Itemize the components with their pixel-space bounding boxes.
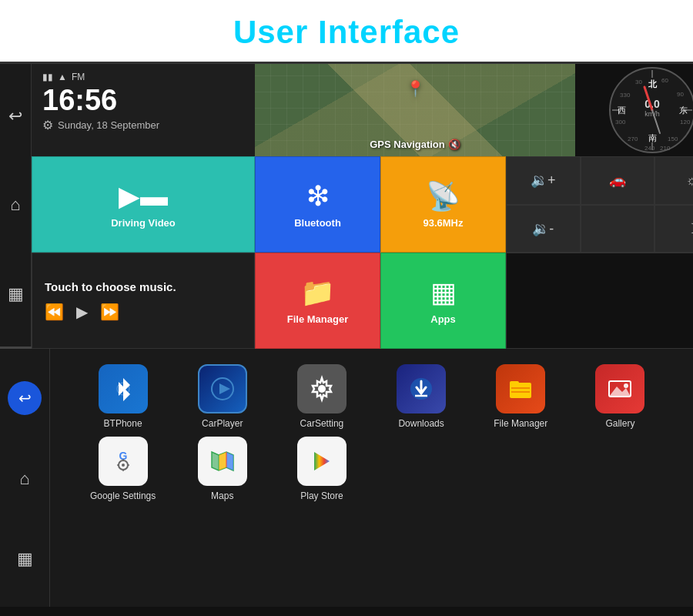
app-googlesettings[interactable]: G Google Settings bbox=[73, 437, 172, 501]
btphone-label: BTPhone bbox=[104, 418, 142, 429]
radio-tile[interactable]: 📡 93.6MHz bbox=[380, 156, 506, 253]
app-downloads[interactable]: Downloads bbox=[372, 364, 471, 429]
app-drawer-sidebar: ↩ ⌂ ▦ bbox=[0, 349, 50, 607]
svg-text:60: 60 bbox=[661, 77, 668, 84]
svg-text:30: 30 bbox=[635, 79, 642, 85]
folder-icon: 📁 bbox=[300, 276, 335, 309]
svg-text:270: 270 bbox=[628, 136, 638, 142]
app-btphone[interactable]: BTPhone bbox=[73, 364, 172, 429]
svg-point-38 bbox=[122, 464, 125, 467]
carplayer-icon bbox=[198, 364, 247, 413]
gps-nav-label: GPS Navigation bbox=[370, 139, 445, 150]
apps-label: Apps bbox=[430, 313, 456, 325]
gallery-icon bbox=[595, 364, 644, 413]
app-playstore[interactable]: Play Store bbox=[272, 437, 371, 501]
svg-marker-47 bbox=[314, 452, 330, 470]
svg-rect-32 bbox=[511, 391, 530, 393]
googlesettings-label: Google Settings bbox=[90, 490, 156, 501]
maps-icon bbox=[198, 437, 247, 486]
car-icon-btn[interactable]: 🚗 bbox=[581, 156, 655, 205]
svg-marker-46 bbox=[226, 452, 233, 470]
gallery-label: Gallery bbox=[605, 418, 634, 429]
volume-up-btn[interactable]: 🔉+ bbox=[506, 156, 581, 205]
carsetting-label: CarSetting bbox=[300, 418, 344, 429]
clock: 16:56 bbox=[42, 85, 244, 115]
svg-marker-44 bbox=[212, 452, 219, 470]
apps-tile[interactable]: ▦ Apps bbox=[380, 253, 506, 349]
radio-label: 93.6MHz bbox=[423, 217, 463, 229]
svg-text:120: 120 bbox=[680, 119, 691, 126]
copy-icon-drawer[interactable]: ▦ bbox=[9, 544, 40, 574]
brightness-down-btn[interactable]: ☽ bbox=[654, 205, 693, 253]
downloads-icon bbox=[397, 364, 446, 413]
bluetooth-tile[interactable]: ❇ Bluetooth bbox=[255, 156, 380, 253]
svg-marker-25 bbox=[219, 383, 230, 394]
btphone-icon bbox=[99, 364, 148, 413]
page-header: User Interface bbox=[0, 0, 693, 64]
signal-icon: ▲ bbox=[58, 72, 67, 82]
back-button[interactable]: ↩ bbox=[8, 381, 42, 415]
fm-label: FM bbox=[72, 72, 85, 82]
playstore-icon bbox=[297, 437, 346, 486]
file-manager-tile[interactable]: 📁 File Manager bbox=[255, 253, 380, 349]
app-drawer: ↩ ⌂ ▦ BTPhone CarPlayer CarSetting bbox=[0, 349, 693, 607]
downloads-label: Downloads bbox=[398, 418, 444, 429]
carplayer-label: CarPlayer bbox=[202, 418, 243, 429]
empty-btn bbox=[581, 205, 655, 253]
svg-text:210: 210 bbox=[660, 145, 671, 152]
svg-text:330: 330 bbox=[620, 92, 631, 99]
app-carplayer[interactable]: CarPlayer bbox=[172, 364, 272, 429]
file-manager-label: File Manager bbox=[287, 313, 348, 325]
radio-icon: 📡 bbox=[426, 180, 460, 213]
brightness-up-btn[interactable]: ☼ bbox=[654, 156, 693, 205]
svg-text:南: 南 bbox=[648, 133, 657, 142]
app-filemanager[interactable]: File Manager bbox=[471, 364, 571, 429]
driving-video-label: Driving Video bbox=[111, 217, 176, 229]
svg-marker-34 bbox=[609, 387, 631, 397]
music-panel: Touch to choose music. ⏪ ▶ ⏩ bbox=[32, 253, 255, 349]
svg-rect-31 bbox=[511, 387, 530, 389]
app-carsetting[interactable]: CarSetting bbox=[272, 364, 371, 429]
control-panel: 🔉+ 🚗 ☼ 🔉- ☽ bbox=[506, 156, 693, 253]
music-controls: ⏪ ▶ ⏩ bbox=[45, 303, 242, 321]
maps-label: Maps bbox=[211, 490, 233, 501]
apps-grid: BTPhone CarPlayer CarSetting Downloads bbox=[50, 349, 693, 607]
date-display: ⚙ Sunday, 18 September bbox=[42, 118, 244, 132]
filemanager-label: File Manager bbox=[494, 418, 547, 429]
top-row: ▮▮ ▲ FM 16:56 ⚙ Sunday, 18 September 📍 G… bbox=[32, 64, 693, 156]
camera-icon: ▶▬ bbox=[119, 180, 168, 213]
svg-text:300: 300 bbox=[615, 119, 626, 126]
app-maps[interactable]: Maps bbox=[172, 437, 272, 501]
volume-down-btn[interactable]: 🔉- bbox=[506, 205, 581, 253]
middle-row: ▶▬ Driving Video ❇ Bluetooth 📡 93.6MHz 🔉… bbox=[32, 156, 693, 253]
bluetooth-icon: ❇ bbox=[306, 180, 330, 213]
empty-panel bbox=[506, 253, 693, 349]
driving-video-tile[interactable]: ▶▬ Driving Video bbox=[32, 156, 255, 253]
page-title: User Interface bbox=[0, 14, 693, 51]
svg-rect-30 bbox=[510, 381, 519, 385]
date-text: Sunday, 18 September bbox=[58, 119, 159, 131]
forward-btn[interactable]: ⏩ bbox=[100, 303, 119, 321]
svg-text:北: 北 bbox=[648, 79, 658, 89]
compass-panel: 北 南 西 东 0.0 km/h 30 60 90 120 150 3 bbox=[575, 64, 693, 156]
home-icon-drawer[interactable]: ⌂ bbox=[9, 464, 40, 494]
apps-icon: ▦ bbox=[430, 276, 457, 309]
rewind-btn[interactable]: ⏪ bbox=[45, 303, 64, 321]
bluetooth-label: Bluetooth bbox=[294, 217, 341, 229]
copy-icon[interactable]: ▦ bbox=[0, 279, 31, 310]
carsetting-icon bbox=[297, 364, 346, 413]
play-btn[interactable]: ▶ bbox=[76, 303, 88, 321]
playstore-label: Play Store bbox=[300, 490, 343, 501]
map-panel[interactable]: 📍 GPS Navigation 🔇 bbox=[255, 64, 575, 156]
svg-text:150: 150 bbox=[668, 136, 678, 142]
app-gallery[interactable]: Gallery bbox=[571, 364, 670, 429]
googlesettings-icon: G bbox=[99, 437, 148, 486]
settings-gear-icon[interactable]: ⚙ bbox=[42, 118, 53, 132]
left-sidebar: ↩ ⌂ ▦ bbox=[0, 64, 32, 346]
grid-area: ▮▮ ▲ FM 16:56 ⚙ Sunday, 18 September 📍 G… bbox=[32, 64, 693, 346]
svg-text:240: 240 bbox=[644, 145, 655, 152]
home-icon[interactable]: ⌂ bbox=[0, 189, 31, 220]
back-icon[interactable]: ↩ bbox=[0, 101, 31, 132]
svg-text:90: 90 bbox=[677, 91, 684, 98]
mute-icon: 🔇 bbox=[448, 139, 460, 150]
